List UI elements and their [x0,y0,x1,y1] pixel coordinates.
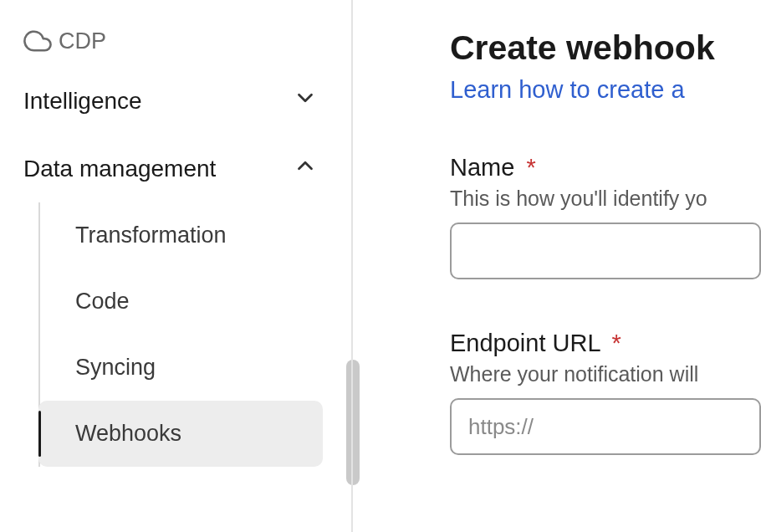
sidebar-item-cdp[interactable]: CDP [23,15,343,67]
sidebar-subitems-data-management: Transformation Code Syncing Webhooks [38,202,343,467]
field-help-text: This is how you'll identify yo [450,187,761,211]
field-label: Name [450,154,514,181]
sidebar-section-label: Data management [23,156,293,182]
chevron-down-icon [293,85,318,116]
cloud-icon [23,27,59,55]
field-label-row: Name * [450,154,761,182]
endpoint-url-input[interactable] [450,398,761,455]
sidebar-item-label: Transformation [75,223,227,248]
field-name: Name * This is how you'll identify yo [450,154,761,279]
sidebar-item-label: Syncing [75,355,156,380]
field-help-text: Where your notification will [450,362,761,386]
help-link[interactable]: Learn how to create a [450,76,761,104]
sidebar-item-label: Code [75,289,130,314]
sidebar-section-label: Intelligence [23,88,293,115]
field-endpoint-url: Endpoint URL * Where your notification w… [450,330,761,455]
page-title: Create webhook [450,28,761,68]
sidebar-item-label: CDP [59,28,343,54]
vertical-divider [343,0,366,532]
field-label: Endpoint URL [450,330,600,356]
sidebar-item-code[interactable]: Code [38,269,323,335]
sidebar-item-syncing[interactable]: Syncing [38,335,323,401]
chevron-up-icon [293,153,318,184]
sidebar: CDP Intelligence Data management Transfo… [0,0,343,532]
sidebar-item-label: Webhooks [75,421,181,446]
sidebar-item-webhooks[interactable]: Webhooks [38,401,323,467]
required-indicator: * [612,330,621,356]
main-content: Create webhook Learn how to create a Nam… [366,0,761,532]
name-input[interactable] [450,223,761,279]
sidebar-section-data-management[interactable]: Data management [23,135,343,202]
required-indicator: * [526,154,535,181]
sidebar-item-transformation[interactable]: Transformation [38,202,323,269]
sidebar-section-intelligence[interactable]: Intelligence [23,67,343,135]
field-label-row: Endpoint URL * [450,330,761,357]
